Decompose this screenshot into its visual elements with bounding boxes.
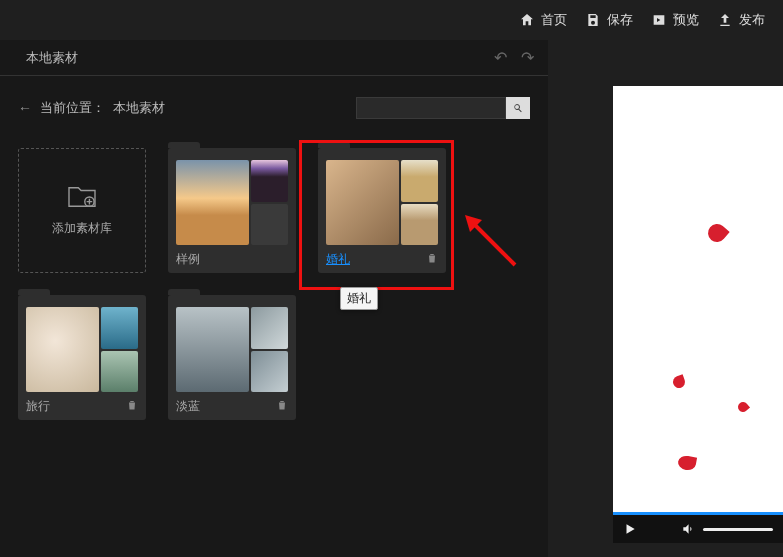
breadcrumb: ← 当前位置： 本地素材 xyxy=(0,88,548,128)
save-icon xyxy=(585,12,601,28)
thumbnail xyxy=(176,307,249,392)
volume-button[interactable] xyxy=(681,522,695,536)
search-input[interactable] xyxy=(356,97,506,119)
home-label: 首页 xyxy=(541,11,567,29)
thumbnail xyxy=(101,307,138,349)
thumbnail xyxy=(401,160,438,202)
trash-icon xyxy=(126,399,138,411)
back-arrow-icon[interactable]: ← xyxy=(18,100,32,116)
video-preview[interactable] xyxy=(613,86,783,515)
preview-icon xyxy=(651,12,667,28)
breadcrumb-label: 当前位置： xyxy=(40,99,105,117)
video-controls xyxy=(613,515,783,543)
folder-card[interactable]: 淡蓝 xyxy=(168,295,296,420)
thumbnail xyxy=(176,160,249,245)
folder-card[interactable]: 样例 xyxy=(168,148,296,273)
tab-local-material[interactable]: 本地素材 xyxy=(14,41,90,75)
play-button[interactable] xyxy=(623,522,637,536)
add-library-card[interactable]: 添加素材库 xyxy=(18,148,146,273)
preview-pane xyxy=(548,40,783,557)
trash-icon xyxy=(276,399,288,411)
undo-button[interactable]: ↶ xyxy=(494,48,507,67)
folder-name: 淡蓝 xyxy=(176,398,200,415)
delete-folder-button[interactable] xyxy=(426,252,438,267)
folder-grid: 添加素材库 样例 xyxy=(0,128,548,440)
material-panel: 本地素材 ↶ ↷ ← 当前位置： 本地素材 xyxy=(0,40,548,557)
folder-name: 样例 xyxy=(176,251,200,268)
save-button[interactable]: 保存 xyxy=(585,11,633,29)
petal-graphic xyxy=(677,455,697,472)
thumbnail xyxy=(101,351,138,393)
petal-graphic xyxy=(671,374,686,389)
folder-plus-icon xyxy=(67,184,97,210)
publish-label: 发布 xyxy=(739,11,765,29)
home-icon xyxy=(519,12,535,28)
delete-folder-button[interactable] xyxy=(126,399,138,414)
home-button[interactable]: 首页 xyxy=(519,11,567,29)
thumbnail xyxy=(26,307,99,392)
folder-card[interactable]: 旅行 xyxy=(18,295,146,420)
upload-icon xyxy=(717,12,733,28)
thumbnail xyxy=(251,160,288,202)
folder-name: 婚礼 xyxy=(326,251,350,268)
video-progress[interactable] xyxy=(613,512,783,515)
folder-name: 旅行 xyxy=(26,398,50,415)
volume-slider[interactable] xyxy=(703,528,773,531)
publish-button[interactable]: 发布 xyxy=(717,11,765,29)
trash-icon xyxy=(426,252,438,264)
add-library-label: 添加素材库 xyxy=(52,220,112,237)
thumbnail xyxy=(251,307,288,349)
search-icon xyxy=(512,102,524,114)
petal-graphic xyxy=(704,220,729,245)
thumbnail xyxy=(251,351,288,393)
folder-card[interactable]: 婚礼 xyxy=(318,148,446,273)
thumbnail xyxy=(251,204,288,246)
thumbnail xyxy=(326,160,399,245)
thumbnail xyxy=(401,204,438,246)
top-toolbar: 首页 保存 预览 发布 xyxy=(0,0,783,40)
save-label: 保存 xyxy=(607,11,633,29)
preview-button[interactable]: 预览 xyxy=(651,11,699,29)
breadcrumb-current: 本地素材 xyxy=(113,99,165,117)
preview-label: 预览 xyxy=(673,11,699,29)
petal-graphic xyxy=(736,400,750,414)
redo-button[interactable]: ↷ xyxy=(521,48,534,67)
search-button[interactable] xyxy=(506,97,530,119)
delete-folder-button[interactable] xyxy=(276,399,288,414)
tooltip: 婚礼 xyxy=(340,287,378,310)
